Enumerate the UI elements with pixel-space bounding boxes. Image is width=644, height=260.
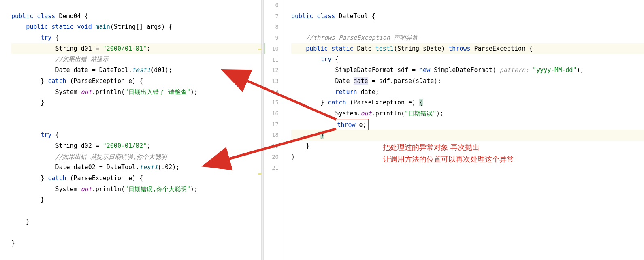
code-line[interactable]: System.out.println("日期出入错了 请检查"); xyxy=(11,87,261,98)
left-code-lines[interactable]: public class Demo04 { public static void… xyxy=(8,0,261,260)
code-line[interactable]: try { xyxy=(11,130,261,141)
line-number: 21 xyxy=(264,162,279,173)
right-change-marks xyxy=(284,0,288,260)
annotation-line-1: 把处理过的异常对象 再次抛出 xyxy=(383,142,514,153)
line-number: 12 xyxy=(264,65,279,76)
code-line[interactable]: throw e; xyxy=(291,119,644,130)
code-line[interactable]: } xyxy=(11,194,261,205)
code-line[interactable]: Date date = DateTool.test1(d01); xyxy=(11,65,261,76)
code-line[interactable]: SimpleDateFormat sdf = new SimpleDateFor… xyxy=(291,65,644,76)
code-line[interactable]: public static Date test1(String sDate) t… xyxy=(291,43,644,54)
code-line[interactable]: } xyxy=(11,238,261,249)
annotation-text: 把处理过的异常对象 再次抛出 让调用方法的位置可以再次处理这个异常 xyxy=(383,142,514,165)
line-number: 15 xyxy=(264,97,279,108)
code-line[interactable]: Date date = sdf.parse(sDate); xyxy=(291,76,644,87)
right-code-lines[interactable]: public class DateTool { //throws ParseEx… xyxy=(288,0,644,260)
left-editor-pane: public class Demo04 { public static void… xyxy=(0,0,261,260)
code-line[interactable]: System.out.println("日期错误"); xyxy=(291,108,644,119)
code-line[interactable]: return date; xyxy=(291,87,644,98)
code-line[interactable]: } catch (ParseException e) { xyxy=(11,173,261,184)
code-line[interactable] xyxy=(291,0,644,11)
line-number: 14 xyxy=(264,87,279,98)
code-line[interactable]: public class Demo04 { xyxy=(11,11,261,22)
code-line[interactable] xyxy=(11,0,261,11)
line-number: 8 xyxy=(264,21,279,32)
right-line-numbers: 6789101112131415161718192021 xyxy=(264,0,284,260)
line-number: 20 xyxy=(264,151,279,162)
code-line[interactable]: } catch (ParseException e) { xyxy=(291,97,644,108)
code-line[interactable] xyxy=(11,108,261,119)
code-line[interactable]: //如果出错 就提示 xyxy=(11,54,261,65)
line-number: 18 xyxy=(264,130,279,141)
change-marker xyxy=(264,43,265,54)
line-number: 6 xyxy=(264,0,279,11)
throw-statement-box: throw e; xyxy=(335,119,368,131)
code-line[interactable]: //如果出错 就提示日期错误,你个大聪明 xyxy=(11,151,261,162)
code-line[interactable] xyxy=(291,21,644,32)
code-line[interactable]: try { xyxy=(291,54,644,65)
line-number: 17 xyxy=(264,119,279,130)
code-line[interactable]: //throws ParseException 声明异常 xyxy=(291,32,644,43)
change-marker xyxy=(258,173,261,175)
line-number: 9 xyxy=(264,32,279,43)
code-line[interactable]: String d02 = "2000-01/02"; xyxy=(11,141,261,151)
line-number: 13 xyxy=(264,76,279,87)
code-line[interactable]: } xyxy=(11,216,261,227)
code-line[interactable]: String d01 = "2000/01-01"; xyxy=(11,43,261,54)
line-number: 16 xyxy=(264,108,279,119)
right-code-area[interactable]: 6789101112131415161718192021 public clas… xyxy=(264,0,644,260)
code-line[interactable]: } catch (ParseException e) { xyxy=(11,76,261,87)
code-line[interactable] xyxy=(11,205,261,216)
code-line[interactable]: } xyxy=(291,130,644,141)
change-marker xyxy=(258,49,261,50)
left-code-area[interactable]: public class Demo04 { public static void… xyxy=(0,0,261,260)
line-number: 7 xyxy=(264,11,279,22)
code-line[interactable]: } xyxy=(11,97,261,108)
code-line[interactable] xyxy=(11,119,261,130)
code-line[interactable]: public static void main(String[] args) { xyxy=(11,21,261,32)
annotation-line-2: 让调用方法的位置可以再次处理这个异常 xyxy=(383,153,514,165)
right-editor-pane: 6789101112131415161718192021 public clas… xyxy=(264,0,644,260)
line-number: 11 xyxy=(264,54,279,65)
left-fold-gutter[interactable] xyxy=(0,0,8,260)
code-line[interactable]: try { xyxy=(11,32,261,43)
code-line[interactable] xyxy=(11,227,261,238)
code-line[interactable]: public class DateTool { xyxy=(291,11,644,22)
line-number: 10 xyxy=(264,43,279,54)
code-line[interactable]: System.out.println("日期错误,你个大聪明"); xyxy=(11,184,261,195)
line-number: 19 xyxy=(264,141,279,151)
code-line[interactable]: Date date02 = DateTool.test1(d02); xyxy=(11,162,261,173)
